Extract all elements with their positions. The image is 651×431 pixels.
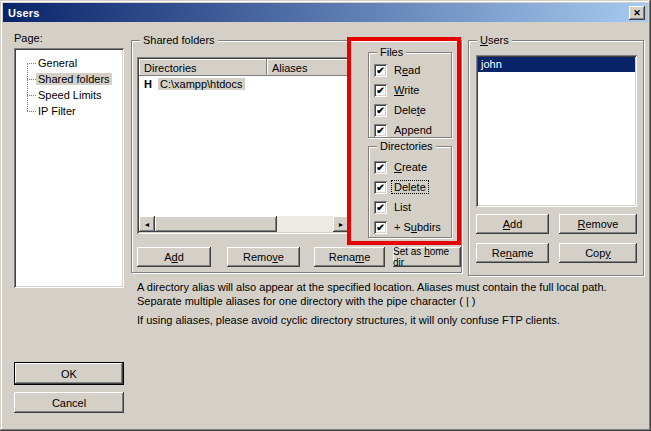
create-checkbox[interactable]: ✔ [374, 161, 387, 174]
append-label: Append [392, 124, 434, 136]
home-flag: H [144, 78, 152, 90]
list-checkbox[interactable]: ✔ [374, 201, 387, 214]
tree-connector-stub [27, 95, 36, 96]
checkmark-icon: ✔ [376, 221, 384, 234]
append-checkbox-row: ✔ Append [374, 123, 434, 137]
set-home-dir-button[interactable]: Set as home dir [393, 247, 461, 267]
files-legend: Files [377, 46, 406, 59]
read-checkbox[interactable]: ✔ [374, 64, 387, 77]
append-checkbox[interactable]: ✔ [374, 124, 387, 137]
scroll-right-button[interactable]: ► [333, 216, 349, 232]
shared-folders-legend: Shared folders [140, 34, 218, 47]
add-user-button[interactable]: Add [476, 214, 549, 234]
add-folder-button[interactable]: Add [137, 247, 211, 267]
delete-files-checkbox[interactable]: ✔ [374, 104, 387, 117]
users-list[interactable]: john [476, 55, 637, 207]
alias-help-paragraph-2: If using aliases, please avoid cyclic di… [137, 314, 619, 328]
column-header-aliases[interactable]: Aliases [267, 59, 349, 76]
scroll-left-icon: ◄ [144, 221, 151, 228]
directories-list[interactable]: Directories Aliases H C:\xampp\htdocs ◄ … [137, 57, 351, 234]
tree-item-shared-folders[interactable]: Shared folders [36, 72, 112, 87]
user-row-john[interactable]: john [478, 57, 635, 72]
tree-connector-stub [27, 111, 36, 112]
checkmark-icon: ✔ [376, 201, 384, 214]
subdirs-checkbox[interactable]: ✔ [374, 221, 387, 234]
read-label: Read [392, 64, 422, 76]
write-checkbox[interactable]: ✔ [374, 84, 387, 97]
ok-button[interactable]: OK [14, 362, 124, 385]
delete-files-checkbox-row: ✔ Delete [374, 103, 428, 117]
checkmark-icon: ✔ [376, 161, 384, 174]
rename-folder-button[interactable]: Rename [314, 247, 385, 267]
delete-dirs-label: Delete [392, 181, 428, 193]
cancel-button[interactable]: Cancel [14, 392, 124, 413]
list-label: List [392, 201, 413, 213]
create-label: Create [392, 161, 429, 173]
write-label: Write [392, 84, 421, 96]
page-label: Page: [14, 32, 43, 44]
checkmark-icon: ✔ [376, 64, 384, 77]
subdirs-checkbox-row: ✔ + Subdirs [374, 220, 443, 234]
directory-row[interactable]: H C:\xampp\htdocs [139, 76, 349, 92]
delete-dirs-checkbox-row: ✔ Delete [374, 180, 428, 194]
checkmark-icon: ✔ [376, 181, 384, 194]
titlebar[interactable]: Users [3, 3, 648, 22]
copy-user-button[interactable]: Copy [559, 243, 637, 263]
checkmark-icon: ✔ [376, 84, 384, 97]
delete-dirs-checkbox[interactable]: ✔ [374, 181, 387, 194]
delete-files-label: Delete [392, 104, 428, 116]
tree-item-general[interactable]: General [36, 56, 79, 71]
tree-connector-stub [27, 79, 36, 80]
subdirs-label: + Subdirs [392, 221, 443, 233]
remove-user-button[interactable]: Remove [559, 214, 637, 234]
page-tree[interactable]: General Shared folders Speed Limits IP F… [14, 48, 124, 288]
horizontal-scrollbar[interactable]: ◄ ► [139, 216, 349, 232]
alias-help-text: A directory alias will also appear at th… [137, 281, 619, 328]
write-checkbox-row: ✔ Write [374, 83, 421, 97]
checkmark-icon: ✔ [376, 104, 384, 117]
directory-path: C:\xampp\htdocs [158, 78, 245, 90]
tree-connector-line [27, 63, 28, 111]
list-checkbox-row: ✔ List [374, 200, 413, 214]
users-legend: Users [477, 34, 512, 47]
scroll-left-button[interactable]: ◄ [139, 216, 155, 232]
remove-folder-button[interactable]: Remove [227, 247, 300, 267]
create-checkbox-row: ✔ Create [374, 160, 429, 174]
scroll-right-icon: ► [338, 221, 345, 228]
checkmark-icon: ✔ [376, 124, 384, 137]
close-button[interactable]: ✕ [629, 6, 645, 20]
rename-user-button[interactable]: Rename [476, 243, 549, 263]
alias-help-paragraph-1: A directory alias will also appear at th… [137, 281, 619, 308]
scrollbar-thumb[interactable] [155, 216, 277, 232]
close-icon: ✕ [633, 9, 641, 18]
tree-item-speed-limits[interactable]: Speed Limits [36, 88, 104, 103]
read-checkbox-row: ✔ Read [374, 63, 422, 77]
directories-legend: Directories [377, 140, 436, 153]
list-header: Directories Aliases [139, 59, 349, 76]
column-header-directories[interactable]: Directories [139, 59, 267, 76]
window-title: Users [8, 7, 40, 19]
tree-connector-stub [27, 63, 36, 64]
users-dialog: Users ✕ Page: General Shared folders Spe… [0, 0, 651, 431]
tree-item-ip-filter[interactable]: IP Filter [36, 104, 78, 119]
